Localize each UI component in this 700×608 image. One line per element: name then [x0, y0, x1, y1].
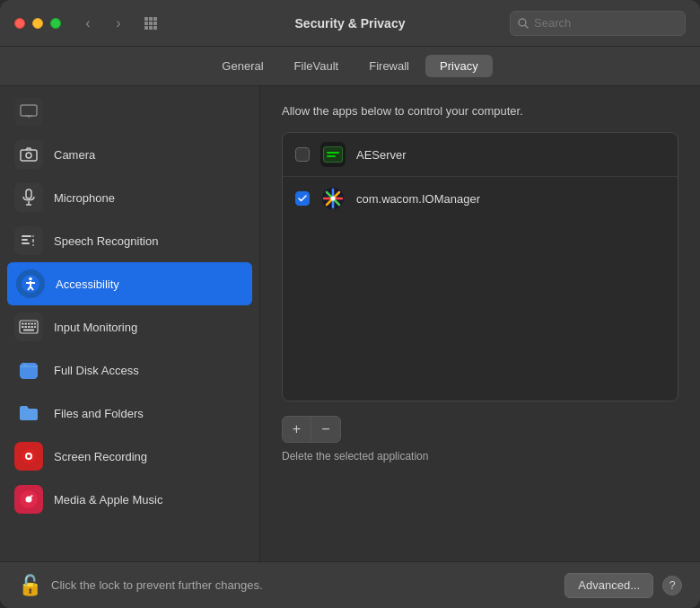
svg-rect-8 — [153, 26, 157, 30]
add-button[interactable]: + — [283, 417, 311, 442]
back-button[interactable]: ‹ — [75, 11, 101, 36]
delete-hint: Delete the selected application — [282, 450, 428, 463]
sidebar-item-speech-recognition[interactable]: Speech Recognition — [0, 219, 259, 262]
sidebar-item-camera[interactable]: Camera — [0, 133, 259, 176]
minimize-button[interactable] — [32, 18, 43, 29]
lock-icon[interactable]: 🔓 — [18, 574, 42, 597]
wacom-icon — [320, 186, 346, 211]
svg-point-26 — [29, 278, 32, 281]
search-input[interactable] — [534, 16, 678, 30]
titlebar: ‹ › Security & Privacy — [0, 0, 700, 47]
music-icon — [14, 485, 43, 514]
svg-rect-3 — [144, 22, 148, 25]
sidebar: Camera Microphone — [0, 86, 260, 561]
wacom-checkbox[interactable] — [295, 191, 310, 206]
sidebar-item-accessibility[interactable]: Accessibility — [7, 262, 252, 305]
sidebar-item-screen-recording[interactable]: Screen Recording — [0, 435, 259, 478]
sidebar-item-files-and-folders[interactable]: Files and Folders — [0, 392, 259, 435]
panel-description: Allow the apps below to control your com… — [282, 104, 678, 118]
sidebar-item-speech-label: Speech Recognition — [54, 234, 158, 248]
svg-rect-42 — [23, 330, 34, 331]
svg-rect-37 — [22, 326, 24, 328]
files-icon-svg — [16, 401, 41, 426]
sidebar-item-input-monitoring-label: Input Monitoring — [54, 321, 137, 334]
sidebar-item-full-disk-label: Full Disk Access — [54, 364, 139, 377]
sidebar-item-music-label: Media & Apple Music — [54, 493, 162, 507]
partial-icon-svg — [20, 104, 38, 119]
aeserver-checkbox[interactable] — [295, 147, 310, 162]
sidebar-item-files-label: Files and Folders — [54, 407, 144, 420]
sidebar-item-microphone-label: Microphone — [54, 191, 115, 205]
svg-rect-38 — [25, 326, 28, 328]
svg-rect-19 — [22, 235, 31, 237]
svg-rect-4 — [149, 22, 153, 25]
apps-list: AEServer — [282, 132, 678, 401]
svg-rect-32 — [22, 323, 24, 325]
partial-icon — [14, 97, 43, 126]
svg-rect-14 — [21, 150, 37, 161]
svg-rect-33 — [25, 323, 28, 325]
window: ‹ › Security & Privacy — [0, 0, 700, 608]
svg-rect-36 — [34, 323, 36, 325]
forward-button[interactable]: › — [106, 11, 131, 36]
tab-firewall[interactable]: Firewall — [354, 55, 424, 77]
svg-point-9 — [519, 19, 526, 26]
sidebar-item-media-music[interactable]: Media & Apple Music — [0, 478, 259, 521]
add-remove-group: + − — [282, 416, 341, 443]
svg-rect-34 — [28, 323, 31, 325]
aeserver-name: AEServer — [356, 148, 407, 162]
advanced-button[interactable]: Advanced... — [564, 573, 653, 598]
help-button[interactable]: ? — [662, 576, 682, 595]
tabs-bar: General FileVault Firewall Privacy — [0, 47, 700, 86]
sidebar-item-accessibility-label: Accessibility — [56, 278, 119, 291]
traffic-lights — [14, 18, 61, 29]
sidebar-item-microphone[interactable]: Microphone — [0, 176, 259, 219]
app-item-aeserver[interactable]: AEServer — [283, 133, 678, 177]
microphone-icon-svg — [22, 189, 36, 207]
svg-rect-39 — [28, 326, 31, 328]
svg-point-53 — [331, 197, 336, 201]
check-icon — [298, 195, 307, 202]
screen-recording-icon — [14, 442, 43, 471]
accessibility-icon — [16, 269, 45, 298]
action-buttons: + − Delete the selected application — [282, 416, 678, 463]
svg-rect-1 — [149, 17, 153, 21]
speech-icon-svg — [20, 232, 38, 250]
content-area: Camera Microphone — [0, 86, 700, 561]
sidebar-item-input-monitoring[interactable]: Input Monitoring — [0, 305, 259, 348]
maximize-button[interactable] — [50, 18, 61, 29]
tab-privacy[interactable]: Privacy — [425, 55, 493, 77]
bottom-bar: 🔓 Click the lock to prevent further chan… — [0, 561, 700, 608]
window-title: Security & Privacy — [295, 16, 406, 31]
sidebar-partial-item — [0, 93, 259, 133]
svg-rect-20 — [22, 239, 28, 241]
tab-filevault[interactable]: FileVault — [280, 55, 354, 77]
svg-rect-5 — [153, 22, 157, 25]
full-disk-icon — [14, 356, 43, 384]
grid-button[interactable] — [138, 11, 163, 36]
svg-rect-40 — [31, 326, 34, 328]
tab-general[interactable]: General — [207, 55, 277, 77]
svg-rect-35 — [31, 323, 34, 325]
camera-icon-svg — [20, 147, 38, 162]
remove-button[interactable]: − — [311, 417, 340, 442]
svg-rect-6 — [144, 26, 148, 30]
search-box[interactable] — [510, 11, 686, 36]
svg-point-45 — [27, 454, 31, 458]
sidebar-item-screen-recording-label: Screen Recording — [54, 450, 147, 463]
camera-icon — [14, 140, 43, 169]
full-disk-icon-svg — [16, 357, 41, 383]
app-item-wacom[interactable]: com.wacom.IOManager — [283, 177, 678, 220]
svg-rect-24 — [32, 244, 34, 246]
sidebar-item-full-disk-access[interactable]: Full Disk Access — [0, 348, 259, 392]
svg-rect-21 — [22, 242, 30, 244]
svg-rect-2 — [153, 17, 157, 21]
lock-area[interactable]: 🔓 Click the lock to prevent further chan… — [18, 574, 263, 597]
svg-rect-23 — [32, 239, 34, 242]
svg-rect-7 — [149, 26, 153, 30]
svg-rect-0 — [144, 17, 148, 21]
aeserver-icon — [320, 142, 346, 167]
nav-buttons: ‹ › — [75, 11, 131, 36]
lock-text: Click the lock to prevent further change… — [51, 578, 263, 592]
close-button[interactable] — [14, 18, 25, 29]
